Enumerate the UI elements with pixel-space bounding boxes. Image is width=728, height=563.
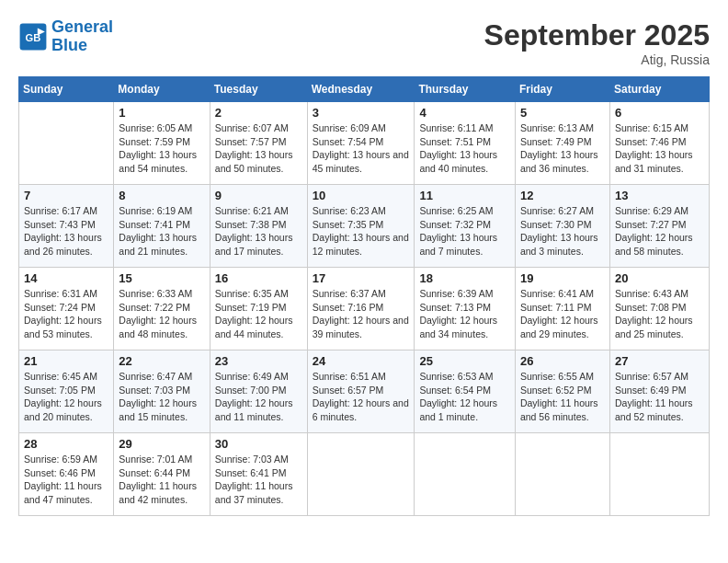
weekday-header: Tuesday — [210, 77, 307, 102]
calendar-cell: 21Sunrise: 6:45 AMSunset: 7:05 PMDayligh… — [19, 350, 114, 433]
calendar-cell: 30Sunrise: 7:03 AMSunset: 6:41 PMDayligh… — [210, 433, 307, 516]
day-info: Sunrise: 6:51 AMSunset: 6:57 PMDaylight:… — [313, 370, 410, 424]
day-number: 24 — [313, 354, 410, 368]
day-number: 7 — [24, 189, 108, 202]
day-number: 5 — [520, 106, 605, 120]
day-number: 9 — [215, 189, 302, 202]
weekday-header: Monday — [114, 77, 210, 102]
day-info: Sunrise: 6:11 AMSunset: 7:51 PMDaylight:… — [419, 121, 510, 176]
day-info: Sunrise: 6:47 AMSunset: 7:03 PMDaylight:… — [119, 370, 204, 424]
calendar-cell: 10Sunrise: 6:23 AMSunset: 7:35 PMDayligh… — [307, 185, 415, 268]
day-number: 1 — [119, 106, 204, 120]
day-number: 22 — [119, 354, 204, 368]
calendar-cell — [609, 433, 709, 516]
day-number: 19 — [520, 271, 605, 285]
day-number: 17 — [313, 271, 410, 285]
day-info: Sunrise: 6:49 AMSunset: 7:00 PMDaylight:… — [215, 370, 302, 424]
day-number: 13 — [615, 189, 704, 202]
calendar-cell: 18Sunrise: 6:39 AMSunset: 7:13 PMDayligh… — [415, 268, 516, 350]
calendar-cell: 2Sunrise: 6:07 AMSunset: 7:57 PMDaylight… — [210, 102, 307, 185]
day-number: 2 — [215, 106, 302, 120]
day-number: 11 — [419, 189, 510, 202]
calendar-cell: 14Sunrise: 6:31 AMSunset: 7:24 PMDayligh… — [19, 268, 114, 350]
day-info: Sunrise: 6:05 AMSunset: 7:59 PMDaylight:… — [119, 121, 204, 176]
day-number: 3 — [313, 106, 410, 120]
day-info: Sunrise: 7:01 AMSunset: 6:44 PMDaylight:… — [119, 453, 204, 507]
day-info: Sunrise: 6:29 AMSunset: 7:27 PMDaylight:… — [615, 204, 704, 259]
day-number: 14 — [24, 271, 108, 285]
weekday-header: Friday — [515, 77, 609, 102]
day-number: 30 — [215, 437, 302, 451]
calendar-cell: 27Sunrise: 6:57 AMSunset: 6:49 PMDayligh… — [609, 350, 709, 433]
logo: GB General Blue — [18, 18, 113, 55]
calendar-cell: 20Sunrise: 6:43 AMSunset: 7:08 PMDayligh… — [609, 268, 709, 350]
day-info: Sunrise: 7:03 AMSunset: 6:41 PMDaylight:… — [215, 453, 302, 507]
day-info: Sunrise: 6:17 AMSunset: 7:43 PMDaylight:… — [24, 204, 108, 259]
calendar-cell: 17Sunrise: 6:37 AMSunset: 7:16 PMDayligh… — [307, 268, 415, 350]
day-number: 27 — [615, 354, 704, 368]
day-info: Sunrise: 6:53 AMSunset: 6:54 PMDaylight:… — [419, 370, 510, 424]
day-number: 29 — [119, 437, 204, 451]
logo-line1: General — [51, 17, 113, 36]
day-info: Sunrise: 6:23 AMSunset: 7:35 PMDaylight:… — [313, 204, 410, 259]
calendar-cell: 7Sunrise: 6:17 AMSunset: 7:43 PMDaylight… — [19, 185, 114, 268]
calendar-table: SundayMondayTuesdayWednesdayThursdayFrid… — [18, 76, 710, 516]
calendar-cell: 16Sunrise: 6:35 AMSunset: 7:19 PMDayligh… — [210, 268, 307, 350]
weekday-header: Wednesday — [307, 77, 415, 102]
calendar-week-row: 7Sunrise: 6:17 AMSunset: 7:43 PMDaylight… — [19, 185, 710, 268]
calendar-cell: 23Sunrise: 6:49 AMSunset: 7:00 PMDayligh… — [210, 350, 307, 433]
day-number: 23 — [215, 354, 302, 368]
calendar-cell: 3Sunrise: 6:09 AMSunset: 7:54 PMDaylight… — [307, 102, 415, 185]
title-block: September 2025 Atig, Russia — [484, 18, 710, 67]
calendar-week-row: 1Sunrise: 6:05 AMSunset: 7:59 PMDaylight… — [19, 102, 710, 185]
calendar-cell: 8Sunrise: 6:19 AMSunset: 7:41 PMDaylight… — [114, 185, 210, 268]
day-number: 26 — [520, 354, 605, 368]
calendar-week-row: 28Sunrise: 6:59 AMSunset: 6:46 PMDayligh… — [19, 433, 710, 516]
calendar-cell: 11Sunrise: 6:25 AMSunset: 7:32 PMDayligh… — [415, 185, 516, 268]
calendar-week-row: 14Sunrise: 6:31 AMSunset: 7:24 PMDayligh… — [19, 268, 710, 350]
day-info: Sunrise: 6:59 AMSunset: 6:46 PMDaylight:… — [24, 453, 108, 507]
day-info: Sunrise: 6:07 AMSunset: 7:57 PMDaylight:… — [215, 121, 302, 176]
calendar-cell: 1Sunrise: 6:05 AMSunset: 7:59 PMDaylight… — [114, 102, 210, 185]
day-number: 20 — [615, 271, 704, 285]
calendar-cell: 12Sunrise: 6:27 AMSunset: 7:30 PMDayligh… — [515, 185, 609, 268]
day-number: 16 — [215, 271, 302, 285]
calendar-cell: 13Sunrise: 6:29 AMSunset: 7:27 PMDayligh… — [609, 185, 709, 268]
calendar-cell — [19, 102, 114, 185]
calendar-cell: 25Sunrise: 6:53 AMSunset: 6:54 PMDayligh… — [415, 350, 516, 433]
calendar-cell: 24Sunrise: 6:51 AMSunset: 6:57 PMDayligh… — [307, 350, 415, 433]
day-number: 10 — [313, 189, 410, 202]
calendar-cell: 6Sunrise: 6:15 AMSunset: 7:46 PMDaylight… — [609, 102, 709, 185]
calendar-week-row: 21Sunrise: 6:45 AMSunset: 7:05 PMDayligh… — [19, 350, 710, 433]
day-number: 28 — [24, 437, 108, 451]
day-info: Sunrise: 6:27 AMSunset: 7:30 PMDaylight:… — [520, 204, 605, 259]
calendar-cell: 9Sunrise: 6:21 AMSunset: 7:38 PMDaylight… — [210, 185, 307, 268]
day-number: 12 — [520, 189, 605, 202]
day-info: Sunrise: 6:37 AMSunset: 7:16 PMDaylight:… — [313, 287, 410, 341]
day-number: 8 — [119, 189, 204, 202]
day-info: Sunrise: 6:45 AMSunset: 7:05 PMDaylight:… — [24, 370, 108, 424]
day-number: 4 — [419, 106, 510, 120]
page-header: GB General Blue September 2025 Atig, Rus… — [18, 18, 710, 67]
day-info: Sunrise: 6:41 AMSunset: 7:11 PMDaylight:… — [520, 287, 605, 341]
day-info: Sunrise: 6:21 AMSunset: 7:38 PMDaylight:… — [215, 204, 302, 259]
day-info: Sunrise: 6:39 AMSunset: 7:13 PMDaylight:… — [419, 287, 510, 341]
calendar-cell: 5Sunrise: 6:13 AMSunset: 7:49 PMDaylight… — [515, 102, 609, 185]
day-number: 18 — [419, 271, 510, 285]
day-info: Sunrise: 6:43 AMSunset: 7:08 PMDaylight:… — [615, 287, 704, 341]
logo-line2: Blue — [51, 36, 87, 54]
calendar-cell: 26Sunrise: 6:55 AMSunset: 6:52 PMDayligh… — [515, 350, 609, 433]
day-info: Sunrise: 6:31 AMSunset: 7:24 PMDaylight:… — [24, 287, 108, 341]
weekday-header: Sunday — [19, 77, 114, 102]
calendar-cell — [415, 433, 516, 516]
day-number: 25 — [419, 354, 510, 368]
calendar-cell — [515, 433, 609, 516]
logo-icon: GB — [18, 22, 48, 52]
calendar-cell: 4Sunrise: 6:11 AMSunset: 7:51 PMDaylight… — [415, 102, 516, 185]
day-info: Sunrise: 6:25 AMSunset: 7:32 PMDaylight:… — [419, 204, 510, 259]
weekday-header: Saturday — [609, 77, 709, 102]
day-number: 6 — [615, 106, 704, 120]
logo-text: General Blue — [51, 18, 113, 55]
month-title: September 2025 — [484, 18, 710, 52]
calendar-cell: 22Sunrise: 6:47 AMSunset: 7:03 PMDayligh… — [114, 350, 210, 433]
